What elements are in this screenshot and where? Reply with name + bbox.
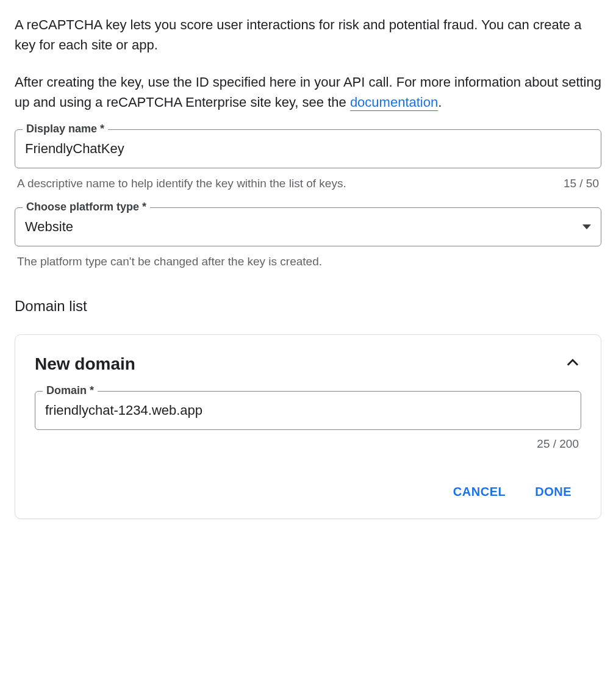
domain-list-title: Domain list [15,298,601,315]
platform-type-select[interactable]: Choose platform type * Website [15,207,601,246]
domain-field: Domain * 25 / 200 [35,391,581,451]
done-button[interactable]: DONE [535,485,571,499]
new-domain-card: New domain Domain * 25 / 200 CANCEL DONE [15,334,601,519]
display-name-field: Display name * A descriptive name to hel… [15,129,601,190]
domain-label: Domain * [43,384,98,397]
display-name-label: Display name * [23,123,108,135]
platform-type-label: Choose platform type * [23,201,150,213]
platform-type-value: Website [25,219,73,235]
display-name-input[interactable] [25,141,591,157]
domain-counter: 25 / 200 [537,437,579,451]
intro-paragraph-2: After creating the key, use the ID speci… [15,72,601,112]
platform-type-field: Choose platform type * Website The platf… [15,207,601,268]
card-actions: CANCEL DONE [35,485,581,499]
domain-input[interactable] [45,403,571,418]
card-title: New domain [35,354,135,374]
cancel-button[interactable]: CANCEL [453,485,506,499]
intro-text: A reCAPTCHA key lets you score user inte… [15,15,601,112]
dropdown-icon [582,224,591,229]
chevron-up-icon [564,354,581,374]
documentation-link[interactable]: documentation [350,95,438,111]
platform-type-helper: The platform type can't be changed after… [17,255,322,268]
display-name-counter: 15 / 50 [564,177,599,190]
card-header[interactable]: New domain [35,354,581,374]
intro-paragraph-1: A reCAPTCHA key lets you score user inte… [15,15,601,55]
display-name-helper: A descriptive name to help identify the … [17,177,346,190]
